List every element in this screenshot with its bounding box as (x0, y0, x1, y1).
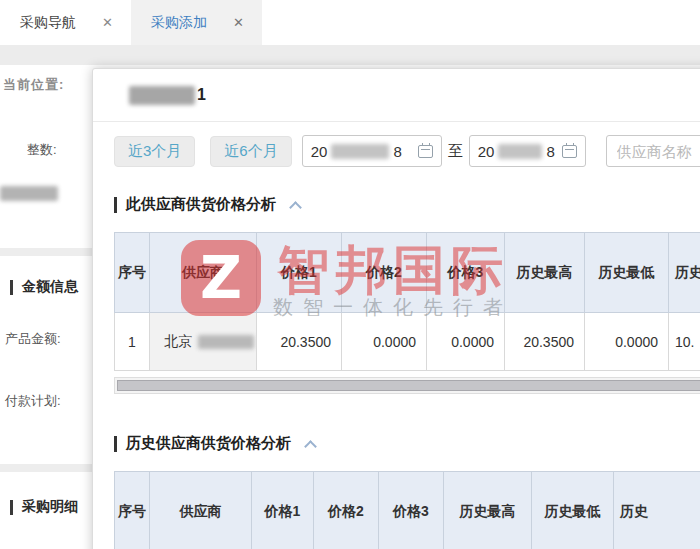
date-from-prefix: 20 (311, 143, 328, 160)
cell-supplier: 北京 (150, 313, 257, 371)
cell-hist-extra: 10. (669, 313, 700, 371)
section-bar (10, 280, 13, 295)
col-header-price3: 价格3 (427, 233, 505, 313)
calendar-icon[interactable] (418, 145, 433, 158)
col-header-hist-extra: 历史 (614, 472, 700, 549)
table-row[interactable]: 1 北京 20.3500 0.0000 0.0000 20.3500 0.000… (115, 313, 700, 371)
last-6-months-button[interactable]: 近6个月 (210, 136, 291, 167)
current-supplier-price-table: 序号 供应商 价格1 价格2 价格3 历史最高 历史最低 历史 1 北京 (114, 232, 700, 371)
product-amount-label: 产品金额: (5, 330, 61, 348)
history-supplier-price-table: 序号 供应商 价格1 价格2 价格3 历史最高 历史最低 历史 (114, 471, 700, 549)
supplier-name-input[interactable] (606, 135, 700, 167)
scrollbar-thumb[interactable] (117, 380, 700, 391)
dialog-title-number: 1 (197, 86, 206, 104)
amount-info-title: 金额信息 (22, 278, 78, 296)
section-bar (114, 197, 117, 213)
supplier-name-visible: 北京 (164, 333, 192, 351)
col-header-price1: 价格1 (257, 233, 342, 313)
col-header-price1: 价格1 (252, 472, 314, 549)
col-header-hist-high: 历史最高 (505, 233, 585, 313)
cell-index: 1 (115, 313, 150, 371)
purchase-detail-section-header: 采购明细 (10, 498, 78, 516)
history-supplier-analysis-title: 历史供应商供货价格分析 (126, 434, 291, 453)
col-header-index: 序号 (115, 472, 150, 549)
close-icon[interactable]: ✕ (102, 15, 113, 30)
current-location-label: 当前位置: (3, 76, 64, 94)
purchase-detail-title: 采购明细 (22, 498, 78, 516)
horizontal-scrollbar[interactable] (114, 377, 700, 394)
payment-plan-label: 付款计划: (5, 392, 61, 410)
cell-price2: 0.0000 (342, 313, 427, 371)
date-from-input[interactable]: 20 8 (302, 135, 442, 167)
col-header-supplier: 供应商 (150, 233, 257, 313)
cell-price3: 0.0000 (427, 313, 505, 371)
tab-purchase-add[interactable]: 采购添加 ✕ (131, 0, 262, 45)
redacted-supplier-name (198, 335, 254, 349)
toolbar-strip (0, 45, 700, 67)
chevron-up-icon[interactable] (304, 440, 317, 453)
cell-price1: 20.3500 (257, 313, 342, 371)
section-bar (114, 436, 117, 452)
col-header-index: 序号 (115, 233, 150, 313)
filter-row: 近3个月 近6个月 20 8 至 20 8 (114, 135, 700, 167)
col-header-hist-low: 历史最低 (532, 472, 614, 549)
cell-hist-high: 20.3500 (505, 313, 585, 371)
date-to-input[interactable]: 20 8 (469, 135, 586, 167)
redacted-date (498, 144, 542, 159)
date-to-suffix: 8 (546, 143, 554, 160)
redacted-title-text (129, 86, 195, 105)
col-header-price2: 价格2 (314, 472, 379, 549)
close-icon[interactable]: ✕ (233, 15, 244, 30)
divider (0, 464, 92, 472)
dialog-title-bar: 1 (93, 69, 700, 122)
col-header-hist-extra: 历史 (669, 233, 700, 313)
tab-purchase-nav[interactable]: 采购导航 ✕ (0, 0, 131, 45)
last-3-months-button[interactable]: 近3个月 (114, 136, 195, 167)
history-supplier-analysis-header: 历史供应商供货价格分析 (114, 434, 700, 453)
supplier-price-analysis-dialog: 1 近3个月 近6个月 20 8 至 20 8 此供应商供货价格分析 (92, 68, 700, 549)
tab-purchase-add-label: 采购添加 (151, 14, 207, 32)
amount-info-section-header: 金额信息 (10, 278, 78, 296)
tab-bar: 采购导航 ✕ 采购添加 ✕ (0, 0, 700, 45)
col-header-hist-low: 历史最低 (585, 233, 669, 313)
divider (0, 248, 92, 256)
table-header-row: 序号 供应商 价格1 价格2 价格3 历史最高 历史最低 历史 (115, 233, 700, 313)
section-bar (10, 500, 13, 515)
col-header-price2: 价格2 (342, 233, 427, 313)
date-from-suffix: 8 (393, 143, 401, 160)
redacted-date (331, 144, 389, 159)
col-header-hist-high: 历史最高 (444, 472, 532, 549)
redacted-text (0, 186, 58, 201)
integer-label: 整数: (27, 141, 57, 159)
col-header-supplier: 供应商 (150, 472, 252, 549)
date-range-to-label: 至 (448, 142, 463, 161)
calendar-icon[interactable] (562, 145, 577, 158)
table-header-row: 序号 供应商 价格1 价格2 价格3 历史最高 历史最低 历史 (115, 472, 700, 549)
col-header-price3: 价格3 (379, 472, 444, 549)
current-supplier-analysis-title: 此供应商供货价格分析 (126, 195, 276, 214)
screen: 采购导航 ✕ 采购添加 ✕ 当前位置: 整数: 金额信息 产品金额: 付款计划:… (0, 0, 700, 549)
date-to-prefix: 20 (478, 143, 495, 160)
tab-purchase-nav-label: 采购导航 (20, 14, 76, 32)
chevron-up-icon[interactable] (289, 201, 302, 214)
current-supplier-analysis-header: 此供应商供货价格分析 (114, 195, 700, 214)
cell-hist-low: 0.0000 (585, 313, 669, 371)
